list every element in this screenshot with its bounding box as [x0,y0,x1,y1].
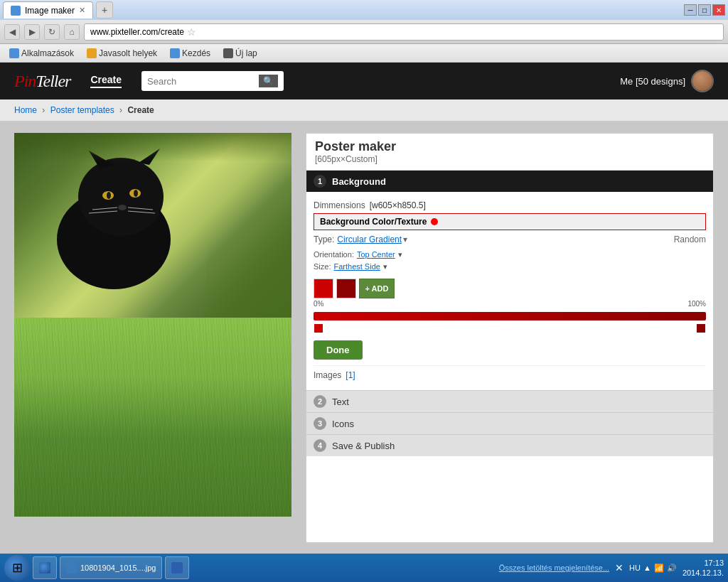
bg-color-texture-label: Background Color/Texture [320,217,427,227]
swatch-red[interactable] [314,279,333,298]
section2-label: Text [332,397,349,407]
home-btn[interactable]: ⌂ [64,24,80,40]
bookmark-star[interactable]: ☆ [187,26,196,38]
gradient-handle-right[interactable] [696,323,706,333]
section-icons-header[interactable]: 3 Icons [306,412,713,434]
done-btn[interactable]: Done [314,340,363,360]
site-logo[interactable]: PinTeller [14,72,70,91]
new-tab-btn[interactable]: + [96,1,113,18]
type-value[interactable]: Circular Gradient [337,235,402,244]
word-icon [171,562,183,573]
section1-num: 1 [314,175,326,188]
bookmark-label: Alkalmazások [21,48,74,58]
poster-dimensions: [605px×Custom] [315,154,705,164]
orientation-val[interactable]: Top Center [357,250,395,259]
title-bar: Image maker ✕ + ─ □ ✕ [0,0,728,20]
bookmark-icon [223,48,233,58]
breadcrumb: Home › Poster templates › Create [0,99,728,122]
close-btn[interactable]: ✕ [712,4,725,16]
panel-header: Poster maker [605px×Custom] [306,134,713,171]
gradient-handle-left[interactable] [314,323,323,333]
bookmarks-bar: Alkalmazások Javasolt helyek Kezdés Új l… [0,44,728,63]
bookmark-start[interactable]: Kezdés [166,47,214,60]
bookmark-suggested[interactable]: Javasolt helyek [83,47,161,60]
svg-point-6 [107,192,111,199]
svg-point-8 [118,205,127,210]
up-arrow-icon[interactable]: ▲ [643,564,651,572]
url-bar[interactable]: www.pixteller.com/create ☆ [84,23,724,41]
breadcrumb-home[interactable]: Home [14,105,37,115]
download-link[interactable]: Összes letöltés megjelenítése... [499,564,609,572]
section4-label: Save & Publish [332,441,395,451]
bg-color-texture-bar[interactable]: Background Color/Texture [314,213,706,230]
poster-canvas [14,133,291,517]
bookmark-icon [87,48,97,58]
dimensions-val: [w605×h850.5] [370,200,426,210]
dimensions-row: Dimmensions [w605×h850.5] [314,198,706,213]
canvas-area [14,133,291,543]
section2-num: 2 [314,395,326,408]
window-controls: ─ □ ✕ [684,4,725,16]
create-nav-btn[interactable]: Create [85,71,127,91]
bookmark-icon [9,48,19,58]
hu-label: HU [629,564,641,572]
reload-btn[interactable]: ↻ [44,24,60,40]
header-search-input[interactable] [147,76,259,87]
maximize-btn[interactable]: □ [698,4,711,16]
section-text-header[interactable]: 2 Text [306,390,713,412]
images-count[interactable]: [1] [346,370,355,380]
network-icon: 📶 [654,564,664,573]
address-bar: ◀ ▶ ↻ ⌂ www.pixteller.com/create ☆ [0,20,728,44]
close-notification[interactable]: ✕ [615,562,623,573]
add-color-btn[interactable]: + ADD [359,279,395,298]
canvas-top-image [14,133,291,318]
random-btn[interactable]: Random [674,235,706,244]
header-search-container[interactable]: 🔍 [141,71,284,91]
pct-100: 100% [687,300,706,308]
gradient-bar [314,312,706,320]
bookmark-apps[interactable]: Alkalmazások [6,47,77,60]
browser-tab[interactable]: Image maker ✕ [3,1,93,18]
size-val[interactable]: Farthest Side [333,262,380,271]
taskbar-chrome[interactable] [33,556,57,579]
breadcrumb-arrow: › [42,105,47,115]
back-btn[interactable]: ◀ [4,24,20,40]
section1-label: Background [332,176,386,187]
chrome-icon [39,562,50,573]
section4-num: 4 [314,439,326,452]
header-search-btn[interactable]: 🔍 [259,75,278,87]
section-background-header[interactable]: 1 Background [306,171,713,192]
bookmark-newtab[interactable]: Új lap [220,47,261,60]
color-swatches: + ADD [314,273,706,300]
start-btn[interactable]: ⊞ [4,555,30,581]
pct-0: 0% [314,300,323,308]
type-dropdown-arrow[interactable]: ▾ [403,235,407,244]
orientation-label: Orientation: [314,250,354,259]
volume-icon[interactable]: 🔊 [667,564,677,573]
file-icon [66,562,77,573]
user-avatar[interactable] [691,70,714,92]
clock: 17:13 [682,558,724,568]
user-menu[interactable]: Me [50 designs] [620,76,685,87]
breadcrumb-current: Create [127,105,154,115]
forward-btn[interactable]: ▶ [24,24,40,40]
orientation-row: Orientation: Top Center ▾ [314,249,706,261]
svg-point-7 [134,190,138,197]
section3-label: Icons [332,419,354,429]
main-content: Poster maker [605px×Custom] 1 Background… [0,122,728,554]
taskbar-file[interactable]: 10801904_1015....jpg [60,556,162,579]
poster-maker-title: Poster maker [315,139,705,154]
bookmark-label: Javasolt helyek [99,48,157,58]
tab-close-btn[interactable]: ✕ [79,6,85,15]
minimize-btn[interactable]: ─ [684,4,697,16]
section-save-header[interactable]: 4 Save & Publish [306,434,713,456]
breadcrumb-poster-templates[interactable]: Poster templates [50,105,114,115]
swatch-darkred[interactable] [336,279,356,298]
background-content: Dimmensions [w605×h850.5] Background Col… [306,192,713,390]
right-panel: Poster maker [605px×Custom] 1 Background… [306,133,714,543]
size-label: Size: [314,262,331,271]
svg-point-1 [78,158,164,236]
orientation-arrow[interactable]: ▾ [398,250,402,259]
taskbar-word[interactable] [165,556,189,579]
size-arrow[interactable]: ▾ [383,262,387,271]
